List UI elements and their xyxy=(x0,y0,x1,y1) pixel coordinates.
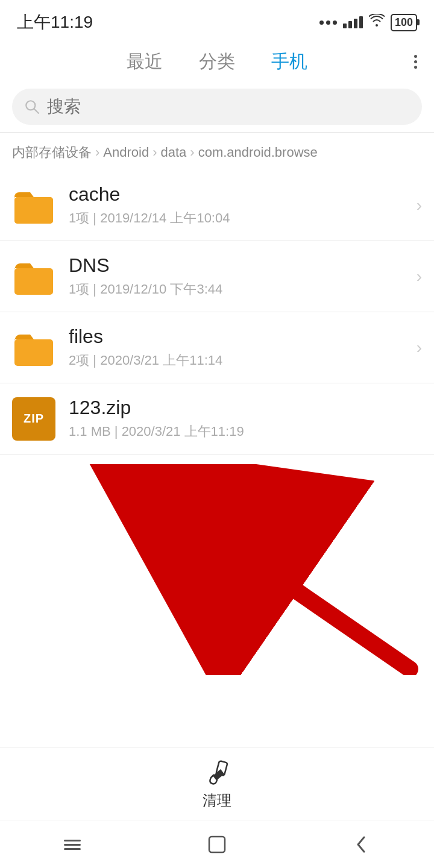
file-meta: 1.1 MB | 2020/3/21 上午11:19 xyxy=(69,423,422,441)
svg-line-1 xyxy=(34,109,39,113)
svg-rect-13 xyxy=(209,837,225,852)
search-bar[interactable] xyxy=(12,89,422,125)
tab-category[interactable]: 分类 xyxy=(199,46,235,78)
breadcrumb: 内部存储设备 › Android › data › com.android.br… xyxy=(0,133,434,170)
tab-phone[interactable]: 手机 xyxy=(271,46,307,78)
chevron-right-icon: › xyxy=(417,338,422,357)
chevron-right-icon: › xyxy=(417,196,422,215)
file-info-zip: 123.zip 1.1 MB | 2020/3/21 上午11:19 xyxy=(69,397,422,441)
file-info-cache: cache 1项 | 2019/12/14 上午10:04 xyxy=(69,183,410,227)
breadcrumb-part-1: Android xyxy=(103,145,149,160)
battery-icon: 100 xyxy=(391,14,417,31)
annotation-arrow xyxy=(0,464,434,675)
clean-button[interactable]: 清理 xyxy=(203,758,231,810)
file-list: cache 1项 | 2019/12/14 上午10:04 › DNS 1项 |… xyxy=(0,170,434,454)
status-time: 上午11:19 xyxy=(17,11,93,34)
status-icons: 100 xyxy=(319,14,417,31)
svg-rect-4 xyxy=(14,268,53,295)
nav-menu-button[interactable] xyxy=(54,826,90,863)
search-input[interactable] xyxy=(47,97,410,116)
svg-rect-3 xyxy=(14,197,53,224)
nav-tabs: 最近 分类 手机 xyxy=(0,40,434,89)
svg-rect-11 xyxy=(64,844,81,846)
file-info-files: files 2项 | 2020/3/21 上午11:14 xyxy=(69,326,410,370)
signal-bars-icon xyxy=(343,16,363,28)
chevron-right-icon: › xyxy=(417,267,422,286)
bottom-action-bar: 清理 xyxy=(0,747,434,820)
breadcrumb-part-3: com.android.browse xyxy=(198,145,318,160)
list-item[interactable]: DNS 1项 | 2019/12/10 下午3:44 › xyxy=(0,241,434,312)
folder-icon xyxy=(12,326,55,370)
file-name: files xyxy=(69,326,410,348)
more-menu-button[interactable] xyxy=(414,55,417,69)
brush-icon xyxy=(203,758,231,787)
list-item[interactable]: ZIP 123.zip 1.1 MB | 2020/3/21 上午11:19 xyxy=(0,383,434,454)
svg-line-7 xyxy=(187,515,410,669)
search-icon xyxy=(24,99,40,115)
breadcrumb-part-2: data xyxy=(161,145,187,160)
file-name: 123.zip xyxy=(69,397,422,419)
system-nav-bar xyxy=(0,820,434,868)
nav-home-button[interactable] xyxy=(199,826,235,863)
status-bar: 上午11:19 100 xyxy=(0,0,434,40)
file-meta: 1项 | 2019/12/14 上午10:04 xyxy=(69,209,410,227)
file-name: DNS xyxy=(69,254,410,277)
tab-recent[interactable]: 最近 xyxy=(127,46,163,78)
list-item[interactable]: cache 1项 | 2019/12/14 上午10:04 › xyxy=(0,170,434,241)
folder-icon xyxy=(12,255,55,298)
folder-icon xyxy=(12,184,55,227)
wifi-icon xyxy=(369,14,385,31)
signal-dots-icon xyxy=(319,20,337,25)
file-name: cache xyxy=(69,183,410,206)
file-meta: 2项 | 2020/3/21 上午11:14 xyxy=(69,351,410,370)
nav-back-button[interactable] xyxy=(344,826,380,863)
svg-rect-12 xyxy=(64,848,81,850)
svg-rect-10 xyxy=(64,840,81,841)
file-info-dns: DNS 1项 | 2019/12/10 下午3:44 xyxy=(69,254,410,298)
file-meta: 1项 | 2019/12/10 下午3:44 xyxy=(69,280,410,298)
svg-rect-5 xyxy=(14,339,53,366)
breadcrumb-part-0: 内部存储设备 xyxy=(12,143,92,162)
list-item[interactable]: files 2项 | 2020/3/21 上午11:14 › xyxy=(0,312,434,383)
clean-button-label: 清理 xyxy=(203,791,231,810)
zip-file-icon: ZIP xyxy=(12,397,55,441)
